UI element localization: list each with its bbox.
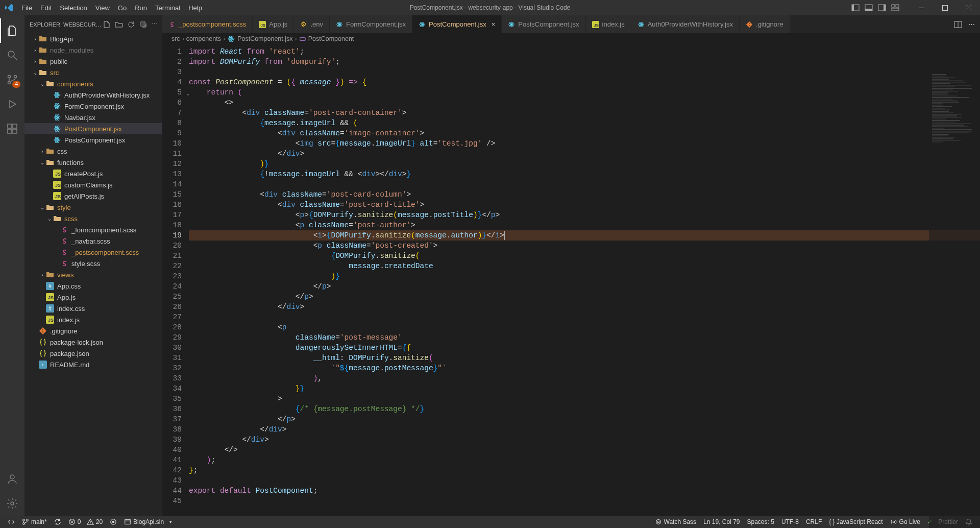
menu-terminal[interactable]: Terminal [151,2,184,14]
menu-help[interactable]: Help [184,2,206,14]
activity-explorer-icon[interactable] [0,18,24,43]
git-branch[interactable]: main* [18,518,51,525]
ports-icon[interactable] [106,518,120,525]
breadcrumbs[interactable]: src›components›PostComponent.jsx›PostCom… [162,33,980,44]
file-tree-item[interactable]: _navbar.scss [24,235,162,247]
file-tree-item[interactable]: package-lock.json [24,337,162,348]
file-tree-item[interactable]: package.json [24,348,162,359]
file-tree-item[interactable]: Navbar.jsx [24,112,162,123]
file-tree-item[interactable]: JSgetAllPosts.js [24,190,162,202]
file-tree-item[interactable]: _formcomponent.scss [24,224,162,235]
more-actions-icon[interactable]: ⋯ [968,20,975,28]
toggle-panel-left-icon[interactable] [851,4,860,12]
menu-edit[interactable]: Edit [36,2,56,14]
file-tree-item[interactable]: _postscomponent.scss [24,247,162,258]
editor-tab[interactable]: JSindex.js [586,15,631,33]
maximize-button[interactable] [933,0,957,15]
activity-scm-icon[interactable]: 4 [0,67,24,92]
file-tree-item[interactable]: JSindex.js [24,314,162,325]
collapse-all-icon[interactable] [139,20,148,29]
menu-go[interactable]: Go [114,2,131,14]
editor-tab[interactable]: ⚙.env [294,15,330,33]
watch-sass[interactable]: Watch Sass [651,518,700,525]
settings-gear-icon[interactable] [0,491,24,516]
editor-tab[interactable]: FormComponent.jsx [330,15,412,33]
minimap[interactable] [929,74,980,528]
menu-view[interactable]: View [91,2,114,14]
menu-run[interactable]: Run [131,2,151,14]
folder-icon [46,271,54,279]
close-button[interactable] [957,0,980,15]
file-tree-item[interactable]: .gitignore [24,325,162,337]
file-label: index.js [57,316,80,324]
new-file-icon[interactable] [103,20,111,29]
file-tree-item[interactable]: ›node_modules [24,44,162,56]
file-tree-item[interactable]: ›public [24,56,162,67]
editor-tab[interactable]: JSApp.js [253,15,294,33]
toggle-panel-right-icon[interactable] [878,4,886,12]
file-tree-item[interactable]: JScustomClaims.js [24,179,162,190]
file-tree-item[interactable]: PostComponent.jsx [24,123,162,134]
eol[interactable]: CRLF [802,518,825,525]
sync-icon[interactable] [51,518,65,525]
file-tree-item[interactable]: style.scss [24,258,162,269]
toggle-panel-bottom-icon[interactable] [865,4,873,12]
cursor-position[interactable]: Ln 19, Col 79 [700,518,743,525]
file-tree-item[interactable]: Auth0ProviderWithHistory.jsx [24,89,162,101]
editor-tab[interactable]: PostsComponent.jsx [502,15,585,33]
file-tree-item[interactable]: JScreatePost.js [24,168,162,179]
problems[interactable]: 0 20 [65,518,106,525]
editor-tab[interactable]: .gitignore [740,15,790,33]
file-tree-item[interactable]: ›css [24,146,162,157]
breadcrumb-item[interactable]: PostComponent [299,35,354,42]
file-tree-item[interactable]: ⌄src [24,67,162,78]
editor-tab[interactable]: Auth0ProviderWithHistory.jsx [631,15,740,33]
editor-tab[interactable]: PostComponent.jsx× [412,15,502,33]
breadcrumb-item[interactable]: PostComponent.jsx [227,35,292,43]
editor-tab[interactable]: _postscomponent.scss [162,15,253,33]
split-editor-icon[interactable] [954,20,962,29]
menu-file[interactable]: File [17,2,36,14]
breadcrumb-item[interactable]: src [172,35,180,42]
refresh-icon[interactable] [127,20,135,29]
file-tree-item[interactable]: ›BlogApi [24,33,162,44]
fold-chevron-icon[interactable]: ⌄ [186,89,189,99]
svg-point-18 [10,475,14,479]
svg-point-19 [11,502,14,505]
file-tree-item[interactable]: #App.css [24,280,162,292]
file-tree-item[interactable]: PostsComponent.jsx [24,134,162,146]
file-tree-item[interactable]: ⌄functions [24,157,162,168]
file-label: customClaims.js [64,181,113,189]
file-tree-item[interactable]: JSApp.js [24,292,162,303]
remote-indicator[interactable] [4,518,18,525]
svg-point-21 [57,94,58,96]
file-tree-item[interactable]: ⌄style [24,202,162,213]
file-tree-item[interactable]: ⌄components [24,78,162,89]
account-icon[interactable] [0,467,24,491]
activity-debug-icon[interactable] [0,92,24,116]
new-folder-icon[interactable] [115,20,123,29]
menu-selection[interactable]: Selection [56,2,91,14]
close-tab-icon[interactable]: × [492,20,496,28]
code-editor[interactable]: 1234567891011121314151617181920212223242… [162,44,980,516]
file-tree[interactable]: ›BlogApi›node_modules›public⌄src⌄compone… [24,33,162,516]
code-content[interactable]: import React from 'react';import DOMPuri… [189,44,980,516]
indentation[interactable]: Spaces: 5 [744,518,778,525]
file-tree-item[interactable]: iREADME.md [24,359,162,370]
svg-text:JS: JS [55,194,61,199]
go-live[interactable]: Go Live [887,518,924,525]
solution-indicator[interactable]: BlogApi.sln ▾ [120,518,176,525]
file-tree-item[interactable]: #index.css [24,303,162,314]
breadcrumb-item[interactable]: components [186,35,221,42]
encoding[interactable]: UTF-8 [778,518,802,525]
explorer-sidebar: EXPLORER: WEBSECURIT... ⋯ ›BlogApi›node_… [24,15,162,516]
activity-search-icon[interactable] [0,43,24,67]
file-tree-item[interactable]: ›views [24,269,162,280]
minimize-button[interactable] [910,0,933,15]
file-tree-item[interactable]: ⌄scss [24,213,162,224]
file-tree-item[interactable]: FormComponent.jsx [24,101,162,112]
customize-layout-icon[interactable] [891,4,899,12]
activity-extensions-icon[interactable] [0,116,24,141]
language-mode[interactable]: { } JavaScript React [825,518,886,525]
more-icon[interactable]: ⋯ [152,20,157,29]
